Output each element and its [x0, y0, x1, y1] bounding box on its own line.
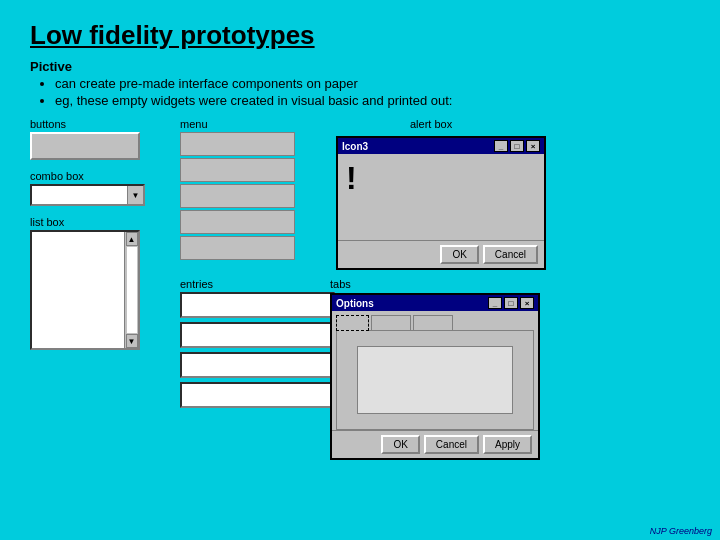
tab-item-1[interactable] — [336, 315, 369, 331]
listbox-scrollbar[interactable]: ▲ ▼ — [124, 232, 138, 348]
combo-arrow[interactable]: ▼ — [127, 186, 143, 204]
tab-item-3[interactable] — [413, 315, 453, 330]
options-close-btn[interactable]: × — [520, 297, 534, 309]
left-column: buttons combo box ▼ list box ▲ ▼ — [30, 118, 160, 350]
menu-item-5[interactable] — [180, 236, 295, 260]
bullet-item-1: can create pre-made interface components… — [55, 76, 690, 91]
entry-widget-3[interactable] — [180, 352, 335, 378]
listbox-section: list box ▲ ▼ — [30, 216, 160, 350]
alert-section: alert box Icon3 _ □ × — [330, 118, 546, 270]
alert-cancel-button[interactable]: Cancel — [483, 245, 538, 264]
bullet-list: can create pre-made interface components… — [40, 76, 690, 108]
menu-item-3[interactable] — [180, 184, 295, 208]
entry-widget-1[interactable] — [180, 292, 335, 318]
alert-ok-button[interactable]: OK — [440, 245, 478, 264]
alert-content-area — [365, 162, 536, 232]
menu-label: menu — [180, 118, 310, 130]
tab-item-2[interactable] — [371, 315, 411, 330]
menu-section: menu — [180, 118, 310, 262]
menu-item-1[interactable] — [180, 132, 295, 156]
combo-label: combo box — [30, 170, 160, 182]
entry-widget-4[interactable] — [180, 382, 335, 408]
button-widget[interactable] — [30, 132, 140, 160]
alert-label: alert box — [410, 118, 452, 130]
tabs-row — [332, 311, 538, 330]
scrollbar-up-icon[interactable]: ▲ — [126, 232, 138, 246]
entries-section: entries — [180, 278, 310, 412]
middle-column: menu entries — [180, 118, 310, 412]
options-dialog: Options _ □ × — [330, 293, 540, 460]
alert-maximize-btn[interactable]: □ — [510, 140, 524, 152]
entry-widget-2[interactable] — [180, 322, 335, 348]
alert-icon: ! — [346, 162, 357, 194]
buttons-section: buttons — [30, 118, 160, 160]
buttons-label: buttons — [30, 118, 160, 130]
entries-label: entries — [180, 278, 310, 290]
alert-footer: OK Cancel — [338, 240, 544, 268]
options-maximize-btn[interactable]: □ — [504, 297, 518, 309]
page-content: Low fidelity prototypes Pictive can crea… — [0, 0, 720, 480]
combobox-section: combo box ▼ — [30, 170, 160, 206]
scrollbar-track — [126, 246, 138, 334]
options-title: Options — [336, 298, 374, 309]
alert-titlebar: Icon3 _ □ × — [338, 138, 544, 154]
bullet-item-2: eg, these empty widgets were created in … — [55, 93, 690, 108]
options-titlebar: Options _ □ × — [332, 295, 538, 311]
section-label: Pictive — [30, 59, 690, 74]
listbox-widget[interactable]: ▲ ▼ — [30, 230, 140, 350]
menu-widget — [180, 132, 295, 262]
listbox-label: list box — [30, 216, 160, 228]
menu-item-2[interactable] — [180, 158, 295, 182]
alert-dialog: Icon3 _ □ × ! OK — [336, 136, 546, 270]
options-minimize-btn[interactable]: _ — [488, 297, 502, 309]
alert-minimize-btn[interactable]: _ — [494, 140, 508, 152]
alert-body: ! — [338, 154, 544, 240]
attribution: NJP Greenberg — [650, 526, 712, 536]
menu-item-4[interactable] — [180, 210, 295, 234]
tabs-inner — [357, 346, 514, 415]
alert-close-btn[interactable]: × — [526, 140, 540, 152]
scrollbar-down-icon[interactable]: ▼ — [126, 334, 138, 348]
combo-widget[interactable]: ▼ — [30, 184, 145, 206]
alert-title-buttons: _ □ × — [494, 140, 540, 152]
widgets-area: buttons combo box ▼ list box ▲ ▼ — [30, 118, 690, 460]
tabs-label: tabs — [330, 278, 351, 290]
options-cancel-button[interactable]: Cancel — [424, 435, 479, 454]
options-title-buttons: _ □ × — [488, 297, 534, 309]
page-title: Low fidelity prototypes — [30, 20, 690, 51]
options-footer: OK Cancel Apply — [332, 430, 538, 458]
tabs-content — [336, 330, 534, 430]
options-apply-button[interactable]: Apply — [483, 435, 532, 454]
right-column: alert box Icon3 _ □ × — [330, 118, 546, 460]
tabs-section: tabs Options _ □ × — [330, 278, 546, 460]
options-ok-button[interactable]: OK — [381, 435, 419, 454]
alert-title: Icon3 — [342, 141, 368, 152]
